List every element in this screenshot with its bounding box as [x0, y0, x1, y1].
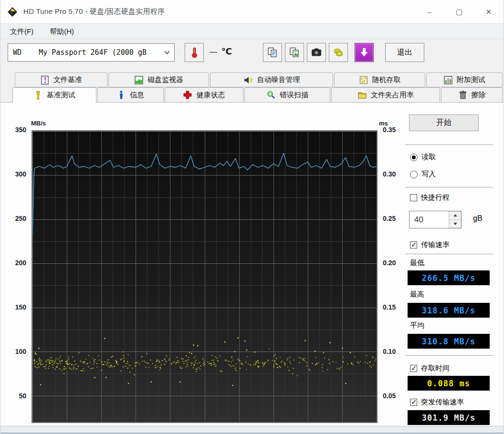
transfer-rate-checkbox[interactable]: 传输速率 [410, 240, 450, 249]
chevron-down-icon [164, 49, 170, 56]
axis-tick-label: 0.20 [381, 259, 403, 267]
tab-error-scan[interactable]: 错误扫描 [244, 87, 330, 103]
title-bar: HD Tune Pro 5.70 - 硬盘/固态硬盘实用程序 – ▢ ✕ [0, 0, 504, 24]
benchmark-panel: 开始 读取 写入 快捷行程 40 gB [404, 103, 498, 426]
download-arrow-icon [358, 47, 370, 58]
tab-label: 磁盘监视器 [147, 75, 183, 84]
tab-row-top: 文件基准 磁盘监视器 自动噪音管理 随机存取 附加测试 [0, 72, 504, 87]
screenshot-button[interactable] [307, 43, 326, 62]
triangle-up-icon [453, 214, 457, 217]
axis-tick-label: 0.25 [381, 215, 403, 222]
checkbox-icon[interactable] [410, 365, 417, 372]
tab-info[interactable]: 信息 [97, 87, 164, 103]
burst-rate-label: 突发传输速率 [421, 398, 464, 407]
tab-auto-acoustic[interactable]: 自动噪音管理 [210, 72, 333, 87]
save-icon [333, 47, 344, 58]
checkbox-icon[interactable] [410, 399, 417, 406]
read-radio-label: 读取 [421, 153, 436, 162]
divider [405, 187, 493, 187]
close-button[interactable]: ✕ [474, 0, 504, 23]
capacity-unit-label: gB [473, 214, 483, 223]
tab-row-bottom: 基准测试 信息 健康状态 错误扫描 文件夹占用率 擦除 [0, 87, 504, 103]
health-cross-icon [183, 90, 192, 100]
tab-label: 基准测试 [47, 91, 75, 100]
stepper-up-button[interactable] [449, 211, 461, 220]
axis-tick-label: 50 [0, 392, 28, 400]
info-icon [116, 90, 126, 100]
axis-tick-label: 250 [0, 215, 28, 222]
start-button[interactable]: 开始 [409, 114, 479, 131]
axis-tick-label: 150 [0, 303, 28, 311]
left-axis-unit: MB/s [31, 120, 46, 127]
copy-image-icon [289, 47, 300, 58]
download-update-button[interactable] [355, 43, 374, 62]
radio-icon[interactable] [410, 154, 418, 161]
random-access-icon [359, 75, 368, 85]
tab-label: 健康状态 [196, 91, 225, 100]
screenshot-camera-icon [311, 47, 322, 58]
menu-help[interactable]: 帮助(H) [47, 26, 77, 37]
speaker-icon [243, 75, 253, 85]
temperature-unit: ℃ [221, 46, 232, 57]
short-stroke-checkbox[interactable]: 快捷行程 [410, 193, 450, 202]
access-time-label: 存取时间 [421, 364, 450, 373]
tab-label: 错误扫描 [280, 91, 308, 100]
axis-tick-label: 0.10 [381, 348, 403, 355]
file-benchmark-icon [40, 75, 50, 85]
checkbox-icon[interactable] [410, 241, 417, 248]
read-radio[interactable]: 读取 [410, 153, 436, 162]
temperature-button[interactable] [185, 43, 204, 62]
burst-rate-checkbox[interactable]: 突发传输速率 [410, 398, 464, 407]
trash-icon [458, 90, 468, 100]
copy-text-button[interactable] [263, 43, 282, 62]
disk-monitor-icon [134, 75, 144, 85]
toolbar: WD My Passport 264F (2000 gB — ℃ 退出 [0, 40, 504, 72]
tab-random-access[interactable]: 随机存取 [334, 72, 425, 87]
benchmark-chart [32, 130, 378, 423]
divider [405, 355, 493, 356]
triangle-down-icon [453, 223, 457, 225]
tab-label: 信息 [130, 91, 144, 100]
radio-icon[interactable] [410, 171, 418, 178]
status-bar [0, 426, 504, 434]
window-title: HD Tune Pro 5.70 - 硬盘/固态硬盘实用程序 [23, 7, 165, 16]
burst-rate-display: 301.9 MB/s [408, 410, 490, 425]
tab-label: 随机存取 [372, 75, 401, 84]
write-radio-label: 写入 [421, 170, 436, 179]
tab-file-benchmark[interactable]: 文件基准 [15, 72, 107, 87]
average-label: 平均 [410, 321, 424, 330]
device-select[interactable]: WD My Passport 264F (2000 gB [8, 43, 175, 62]
tab-folder-usage[interactable]: 文件夹占用率 [331, 87, 440, 103]
axis-tick-label: 0.05 [381, 392, 403, 400]
tab-extra-tests[interactable]: 附加测试 [426, 72, 503, 87]
tab-label: 附加测试 [457, 75, 485, 84]
access-time-display: 0.088 ms [408, 376, 490, 391]
copy-image-button[interactable] [285, 43, 304, 62]
capacity-stepper[interactable]: 40 [409, 211, 462, 228]
short-stroke-label: 快捷行程 [421, 193, 450, 202]
hdtune-window: HD Tune Pro 5.70 - 硬盘/固态硬盘实用程序 – ▢ ✕ 文件(… [0, 0, 504, 434]
temperature-value: — [210, 48, 217, 56]
access-time-checkbox[interactable]: 存取时间 [410, 364, 450, 373]
write-radio[interactable]: 写入 [410, 170, 436, 179]
tab-disk-monitor[interactable]: 磁盘监视器 [108, 72, 209, 87]
minimize-button[interactable]: – [415, 0, 444, 23]
divider [405, 254, 493, 254]
average-value-display: 310.8 MB/s [408, 334, 490, 349]
thermometer-icon [189, 47, 200, 58]
menu-file[interactable]: 文件(F) [7, 26, 36, 37]
device-select-value: WD My Passport 264F (2000 gB [13, 48, 164, 57]
tab-benchmark[interactable]: 基准测试 [12, 87, 96, 103]
stepper-down-button[interactable] [449, 220, 461, 228]
save-button[interactable] [329, 43, 348, 62]
menu-bar: 文件(F) 帮助(H) [0, 24, 504, 39]
divider [405, 145, 493, 145]
tab-label: 文件基准 [53, 75, 82, 84]
checkbox-icon[interactable] [410, 194, 417, 201]
tab-erase[interactable]: 擦除 [441, 87, 503, 103]
maximize-button[interactable]: ▢ [444, 0, 474, 23]
minimum-label: 最低 [410, 258, 424, 268]
exit-button[interactable]: 退出 [385, 43, 424, 62]
exclamation-icon [33, 91, 43, 100]
tab-health[interactable]: 健康状态 [165, 87, 244, 103]
